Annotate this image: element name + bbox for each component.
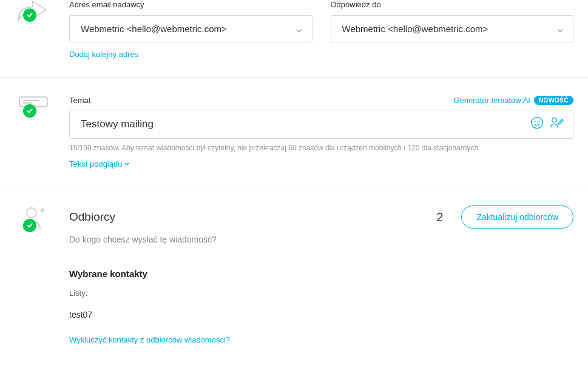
recipients-section: Odbiorcy 2 Zaktualizuj odbiorców Do kogo…	[0, 187, 588, 363]
text-field-icon	[15, 96, 49, 130]
subject-content: Temat Generator tematów AI NOWOŚĆ 15/150…	[69, 96, 573, 169]
chevron-down-icon	[557, 24, 563, 34]
recipients-heading: Odbiorcy	[69, 210, 115, 224]
add-address-link[interactable]: Dodaj kolejny adres	[69, 50, 138, 59]
recipients-count: 2	[436, 210, 443, 224]
sender-select[interactable]: Webmetric <hello@webmetric.com>	[69, 15, 313, 42]
preview-text-label: Tekst podglądu	[69, 159, 122, 169]
sender-content: Adres email nadawcy Webmetric <hello@web…	[69, 0, 573, 59]
selected-contacts-label: Wybrane kontakty	[69, 269, 573, 279]
recipients-content: Odbiorcy 2 Zaktualizuj odbiorców Do kogo…	[69, 206, 573, 344]
exclude-contacts-link[interactable]: Wykluczyć kontakty z odbiorców wiadomośc…	[69, 335, 230, 344]
svg-point-3	[532, 117, 542, 128]
subject-label: Temat	[69, 96, 90, 105]
add-person-icon	[15, 206, 49, 239]
subject-icon-col	[15, 96, 69, 169]
check-icon	[23, 8, 36, 22]
subject-section: Temat Generator tematów AI NOWOŚĆ 15/150…	[0, 78, 588, 187]
sender-label: Adres email nadawcy	[69, 0, 313, 9]
svg-point-6	[552, 118, 556, 122]
check-icon	[23, 104, 36, 118]
ai-generator-link[interactable]: Generator tematów AI	[453, 96, 530, 105]
subject-input[interactable]	[81, 118, 518, 130]
list-name: test07	[69, 310, 573, 319]
chevron-down-icon	[296, 24, 302, 34]
new-badge: NOWOŚĆ	[534, 96, 573, 105]
caret-down-icon	[124, 162, 129, 165]
subject-input-wrap	[69, 110, 573, 139]
reply-to-field: Odpowiedz do Webmetric <hello@webmetric.…	[331, 0, 574, 59]
svg-point-7	[27, 208, 36, 218]
lists-label: Listy:	[69, 289, 573, 298]
reply-to-label: Odpowiedz do	[331, 0, 574, 9]
update-recipients-button[interactable]: Zaktualizuj odbiorców	[461, 206, 573, 229]
sender-value: Webmetric <hello@webmetric.com>	[81, 24, 227, 34]
reply-to-select[interactable]: Webmetric <hello@webmetric.com>	[331, 15, 574, 42]
reply-to-value: Webmetric <hello@webmetric.com>	[342, 24, 488, 34]
check-icon	[23, 219, 36, 232]
sender-icon-col	[15, 0, 69, 59]
emoji-icon[interactable]	[530, 116, 544, 133]
share-arrow-icon	[15, 0, 49, 34]
recipients-subheading: Do kogo chcesz wysłać tę wiadomość?	[69, 235, 573, 244]
sender-section: Adres email nadawcy Webmetric <hello@web…	[0, 0, 588, 78]
subject-hint: 15/150 znaków. Aby temat wiadomości był …	[69, 144, 573, 152]
sender-field: Adres email nadawcy Webmetric <hello@web…	[69, 0, 313, 59]
personalize-icon[interactable]	[550, 116, 564, 133]
recipients-icon-col	[15, 206, 69, 344]
ai-generator-group: Generator tematów AI NOWOŚĆ	[453, 96, 573, 105]
svg-point-5	[538, 121, 539, 122]
svg-point-4	[535, 121, 536, 122]
preview-text-link[interactable]: Tekst podglądu	[69, 159, 129, 169]
